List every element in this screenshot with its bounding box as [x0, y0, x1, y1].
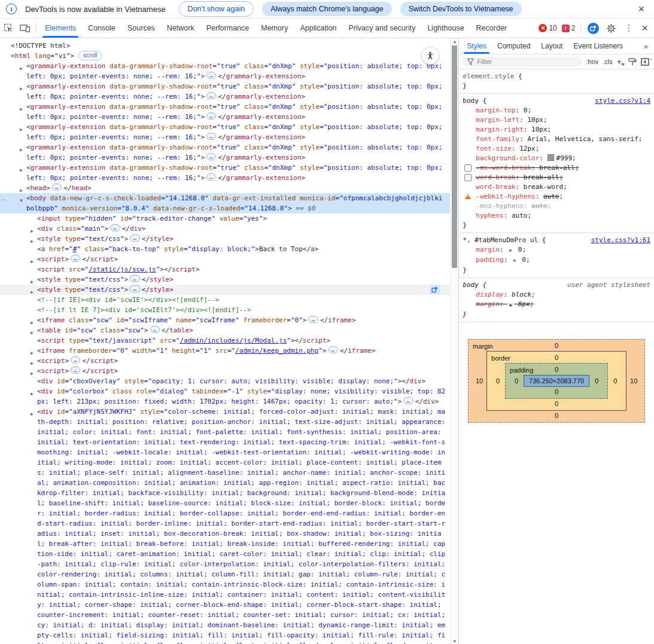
- dom-node[interactable]: ▶<grammarly-extension data-grammarly-sha…: [0, 142, 450, 163]
- scroll-badge[interactable]: scroll: [78, 51, 102, 60]
- match-language-button[interactable]: Always match Chrome's language: [262, 2, 392, 16]
- settings-gear-icon[interactable]: [603, 21, 619, 35]
- dom-node[interactable]: ▶<head>…</head>: [0, 183, 450, 193]
- shorthand-expand-icon[interactable]: ▶: [509, 302, 512, 307]
- expand-children-button[interactable]: …: [71, 367, 80, 374]
- dom-node[interactable]: ▶<iframe frameborder="0" width="1" heigh…: [0, 346, 450, 356]
- more-tabs-icon[interactable]: »: [638, 38, 654, 54]
- dom-node[interactable]: ▶<grammarly-extension data-grammarly-sha…: [0, 102, 450, 122]
- dom-node[interactable]: <script type="text/javascript" src="/adm…: [0, 335, 450, 346]
- css-property[interactable]: display: block;: [463, 290, 650, 300]
- box-model-padding[interactable]: padding 0 0 736.250×2083.770 0 0: [505, 363, 608, 399]
- dom-node[interactable]: <!--[if IE]><div id='scwIE'></div><![end…: [0, 295, 450, 305]
- expand-arrow-icon[interactable]: ▶: [20, 124, 23, 135]
- dom-node[interactable]: ▶<style type="text/css">…</style>: [0, 234, 450, 244]
- stylesheet-link[interactable]: style.css?v1:4: [595, 96, 650, 106]
- toggle-element-state-button[interactable]: :hov: [586, 58, 599, 65]
- css-property[interactable]: hyphens: auto;: [463, 211, 650, 221]
- dom-node[interactable]: <a href="#" class="back-to-top" style="d…: [0, 244, 450, 254]
- expand-children-button[interactable]: …: [328, 346, 338, 353]
- dom-node[interactable]: ▶<script>…</script>: [0, 366, 450, 376]
- tab-lighthouse[interactable]: Lighthouse: [421, 19, 470, 38]
- border-left-value[interactable]: 0: [491, 376, 505, 386]
- box-model-diagram[interactable]: margin 0 10 border 0 0 padding 0: [459, 322, 654, 429]
- element-classes-button[interactable]: .cls: [603, 58, 613, 65]
- dom-node[interactable]: …▼<body data-new-gr-c-s-check-loaded="14…: [0, 193, 450, 213]
- collapse-arrow-icon[interactable]: ▼: [20, 196, 23, 206]
- property-checkbox[interactable]: [464, 164, 472, 172]
- expand-arrow-icon[interactable]: ▶: [20, 63, 23, 74]
- dom-node[interactable]: ▶<grammarly-extension data-grammarly-sha…: [0, 61, 450, 81]
- box-model-margin[interactable]: margin 0 10 border 0 0 padding 0: [468, 339, 645, 423]
- css-property[interactable]: font-family: Arial, Helvetica, sans-seri…: [463, 135, 650, 144]
- tab-elements[interactable]: Elements: [39, 19, 82, 38]
- style-filter-input[interactable]: Filter: [463, 57, 582, 67]
- elements-scrollbar[interactable]: ▲ ▼: [450, 38, 458, 644]
- margin-left-value[interactable]: 10: [472, 376, 486, 386]
- expand-children-button[interactable]: …: [130, 275, 139, 282]
- expand-children-button[interactable]: …: [71, 255, 80, 262]
- padding-left-value[interactable]: 0: [509, 376, 524, 386]
- dom-node[interactable]: <input type="hidden" id="track-editor-ch…: [0, 213, 450, 224]
- expand-arrow-icon[interactable]: ▶: [31, 409, 34, 419]
- tab-computed[interactable]: Computed: [492, 38, 536, 54]
- scrollbar-up-icon[interactable]: ▲: [648, 57, 654, 61]
- console-errors-badge[interactable]: ✕ 10: [539, 24, 556, 32]
- dom-node[interactable]: ▶<iframe class="scw" id="scwIframe" name…: [0, 315, 450, 325]
- device-toolbar-icon[interactable]: [17, 21, 33, 35]
- expand-children-button[interactable]: …: [308, 316, 318, 323]
- dom-node[interactable]: ▶<style type="text/css">…</style>: [0, 285, 450, 295]
- expand-arrow-icon[interactable]: ▶: [20, 84, 23, 94]
- css-rule-body[interactable]: body { style.css?v1:4 margin-top: 0;marg…: [459, 94, 654, 233]
- infobar-close-icon[interactable]: ×: [634, 3, 648, 16]
- dom-node[interactable]: ▶<div id="aXNFYjNSYJWKFHJ" style="color-…: [0, 407, 450, 644]
- dom-node[interactable]: ▶<div id="colorbox" class role="dialog" …: [0, 386, 450, 407]
- expand-arrow-icon[interactable]: ▶: [20, 165, 23, 175]
- dom-node[interactable]: <script src="/static/js/scw.js"></script…: [0, 264, 450, 274]
- border-top-value[interactable]: 0: [491, 353, 622, 363]
- border-bottom-value[interactable]: 0: [491, 399, 622, 409]
- dom-node[interactable]: ▶<grammarly-extension data-grammarly-sha…: [0, 122, 450, 142]
- dont-show-again-button[interactable]: Don't show again: [179, 1, 254, 17]
- expand-children-button[interactable]: …: [206, 112, 216, 120]
- dom-node[interactable]: ▶<grammarly-extension data-grammarly-sha…: [0, 163, 450, 183]
- rule-selector[interactable]: *, #tabMenuDmPro ul: [463, 236, 538, 244]
- dom-node[interactable]: ▶<div class="main">…</div>: [0, 224, 450, 234]
- tab-console[interactable]: Console: [82, 19, 121, 38]
- tab-event-listeners[interactable]: Event Listeners: [568, 38, 628, 54]
- tab-application[interactable]: Application: [294, 19, 342, 38]
- expand-children-button[interactable]: …: [206, 92, 216, 99]
- rule-selector[interactable]: body: [463, 281, 479, 289]
- expand-children-button[interactable]: …: [130, 234, 139, 242]
- margin-top-value[interactable]: 0: [472, 341, 641, 351]
- padding-bottom-value[interactable]: 0: [509, 387, 604, 397]
- rule-selector[interactable]: body: [463, 97, 479, 105]
- switch-language-button[interactable]: Switch DevTools to Vietnamese: [400, 2, 522, 16]
- expand-children-button[interactable]: …: [206, 72, 216, 79]
- css-rule-universal[interactable]: *, #tabMenuDmPro ul { style.css?v1:61 ma…: [459, 233, 654, 278]
- box-model-content[interactable]: 736.250×2083.770: [524, 375, 589, 387]
- kebab-menu-icon[interactable]: ⋮: [620, 23, 637, 33]
- css-property[interactable]: -moz-hyphens: auto;: [463, 202, 650, 211]
- css-rule-user-agent[interactable]: body { user agent stylesheet display: bl…: [459, 278, 654, 322]
- expand-children-button[interactable]: …: [206, 173, 216, 181]
- css-property[interactable]: margin-left: 10px;: [463, 115, 650, 125]
- new-style-rule-button[interactable]: +: [617, 57, 624, 66]
- tab-privacy-security[interactable]: Privacy and security: [343, 19, 422, 38]
- css-property[interactable]: -webkit-hyphens: auto;: [463, 192, 650, 202]
- expand-children-button[interactable]: …: [403, 397, 413, 404]
- css-property[interactable]: word-break: break-all;: [463, 173, 650, 182]
- scrollbar-down-icon[interactable]: ▼: [451, 639, 458, 643]
- scrollbar-up-icon[interactable]: ▲: [451, 39, 458, 44]
- css-property[interactable]: -ms-word-break: break-all;: [463, 163, 650, 173]
- property-checkbox[interactable]: [464, 174, 472, 181]
- dom-node[interactable]: <!--[if lt IE 7]><div id='scwIElt7'></di…: [0, 305, 450, 315]
- dom-node[interactable]: <div id="cboxOverlay" style="opacity: 1;…: [0, 376, 450, 386]
- inspect-element-icon[interactable]: [1, 21, 16, 35]
- expand-children-button[interactable]: …: [71, 356, 80, 364]
- margin-bottom-value[interactable]: 0: [472, 411, 641, 421]
- css-property[interactable]: padding: ▶ 0;: [463, 255, 650, 265]
- padding-right-value[interactable]: 0: [589, 376, 604, 386]
- expand-arrow-icon[interactable]: ▶: [20, 145, 23, 155]
- dom-node[interactable]: ▶<script>…</script>: [0, 356, 450, 366]
